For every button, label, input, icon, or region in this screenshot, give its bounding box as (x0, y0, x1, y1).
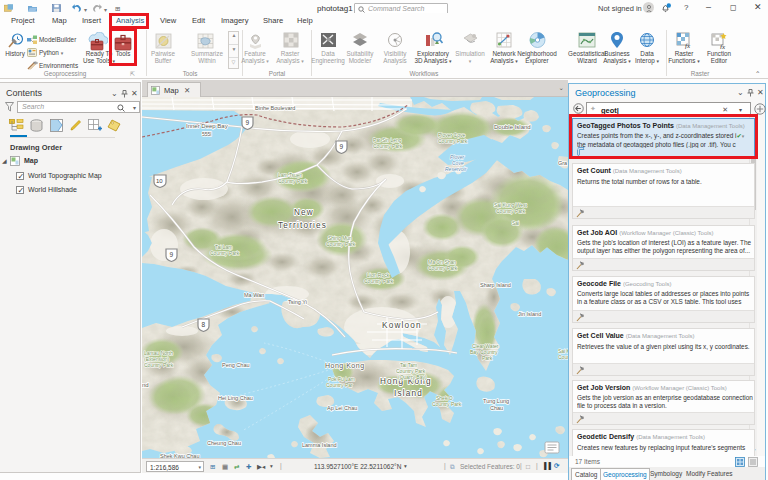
svg-text:fx: fx (685, 42, 691, 49)
svg-text:Country Park: Country Park (428, 265, 458, 271)
svg-text:555l: 555l (202, 131, 211, 137)
svg-text:Country Park: Country Park (438, 138, 468, 144)
svg-text:Inner Deep Bay: Inner Deep Bay (186, 123, 228, 129)
svg-text:Territories: Territories (278, 221, 327, 230)
svg-text:Count: Count (558, 354, 568, 360)
svg-text:Binhe Boulevard: Binhe Boulevard (255, 105, 295, 111)
svg-text:fx: fx (720, 43, 726, 50)
svg-text:New: New (294, 208, 314, 217)
svg-text:Country Park: Country Park (432, 401, 462, 407)
svg-text:(Quarry Bay): (Quarry Bay) (398, 374, 427, 380)
svg-text:Cheung Chau: Cheung Chau (207, 440, 241, 446)
svg-text:9: 9 (170, 251, 174, 258)
svg-text:9: 9 (340, 143, 344, 150)
svg-text:Park: Park (482, 355, 493, 361)
svg-text:Sharp Island: Sharp Island (480, 282, 511, 288)
svg-text:Country Park: Country Park (373, 143, 403, 149)
svg-text:Chau: Chau (490, 405, 503, 411)
svg-text:Tsing Yi: Tsing Yi (288, 299, 307, 305)
svg-text:Hei Ling Chau: Hei Ling Chau (218, 395, 253, 401)
svg-text:8: 8 (202, 321, 206, 328)
svg-text:Country Park: Country Park (144, 362, 174, 368)
svg-text:Sai: Sai (512, 220, 519, 226)
svg-text:10: 10 (156, 178, 163, 184)
svg-text:Country Park: Country Park (496, 208, 526, 214)
svg-text:Jin Island: Jin Island (518, 311, 541, 317)
svg-text:Country Park: Country Park (278, 178, 308, 184)
svg-text:Kowloon: Kowloon (382, 321, 422, 330)
svg-text:Country Park: Country Park (326, 241, 356, 247)
svg-text:9: 9 (246, 119, 250, 126)
svg-text:Ap Lei Chau: Ap Lei Chau (327, 405, 357, 411)
svg-text:Reservoir: Reservoir (445, 166, 467, 172)
svg-text:Hong Kong: Hong Kong (325, 362, 365, 370)
svg-text:Lamma Island: Lamma Island (302, 442, 337, 448)
svg-text:Island: Island (394, 389, 423, 398)
svg-text:Country Par: Country Par (326, 382, 353, 388)
svg-text:Country Park: Country Park (210, 250, 240, 256)
svg-text:nd: nd (142, 382, 149, 388)
svg-text:Double Island: Double Island (494, 124, 531, 130)
svg-text:Tung Lung: Tung Lung (483, 398, 509, 404)
svg-text:Gra: Gra (558, 160, 568, 166)
svg-text:Peng Chau: Peng Chau (222, 362, 250, 368)
svg-text:Ma Wan: Ma Wan (244, 292, 264, 298)
svg-text:Country Park: Country Park (364, 278, 394, 284)
